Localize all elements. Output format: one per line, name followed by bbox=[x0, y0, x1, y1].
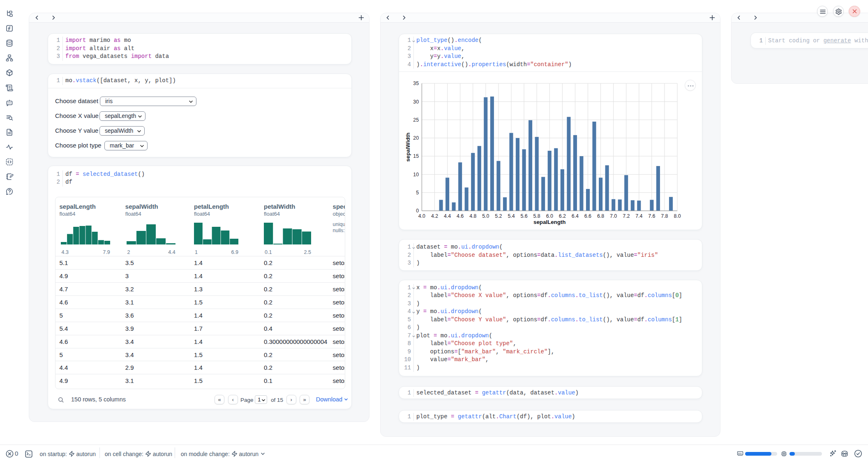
svg-text:5.6: 5.6 bbox=[520, 213, 527, 219]
svg-text:7.8: 7.8 bbox=[661, 213, 668, 219]
svg-text:5.8: 5.8 bbox=[533, 213, 540, 219]
svg-text:6.0: 6.0 bbox=[546, 213, 553, 219]
svg-text:4.6: 4.6 bbox=[457, 213, 464, 219]
svg-text:25: 25 bbox=[413, 117, 419, 123]
svg-text:6.2: 6.2 bbox=[559, 213, 566, 219]
svg-text:5.0: 5.0 bbox=[482, 213, 489, 219]
svg-text:0: 0 bbox=[416, 208, 419, 214]
svg-text:5.4: 5.4 bbox=[508, 213, 515, 219]
svg-text:5: 5 bbox=[416, 190, 419, 196]
svg-text:4.8: 4.8 bbox=[469, 213, 476, 219]
svg-text:5.2: 5.2 bbox=[495, 213, 502, 219]
svg-text:7.4: 7.4 bbox=[635, 213, 642, 219]
svg-text:4.2: 4.2 bbox=[431, 213, 438, 219]
svg-text:8.0: 8.0 bbox=[674, 213, 681, 219]
svg-text:15: 15 bbox=[413, 153, 419, 159]
svg-text:4.0: 4.0 bbox=[418, 213, 425, 219]
svg-text:7.6: 7.6 bbox=[648, 213, 655, 219]
svg-text:35: 35 bbox=[413, 81, 419, 86]
svg-text:6.4: 6.4 bbox=[572, 213, 579, 219]
svg-text:7.2: 7.2 bbox=[623, 213, 630, 219]
svg-text:30: 30 bbox=[413, 99, 419, 105]
svg-text:4.4: 4.4 bbox=[444, 213, 451, 219]
svg-text:7.0: 7.0 bbox=[610, 213, 617, 219]
svg-text:6.8: 6.8 bbox=[597, 213, 604, 219]
svg-text:sepalWidth: sepalWidth bbox=[405, 133, 411, 162]
svg-text:6.6: 6.6 bbox=[584, 213, 591, 219]
svg-text:10: 10 bbox=[413, 172, 419, 177]
svg-text:sepalLength: sepalLength bbox=[533, 219, 566, 225]
svg-text:20: 20 bbox=[413, 135, 419, 141]
